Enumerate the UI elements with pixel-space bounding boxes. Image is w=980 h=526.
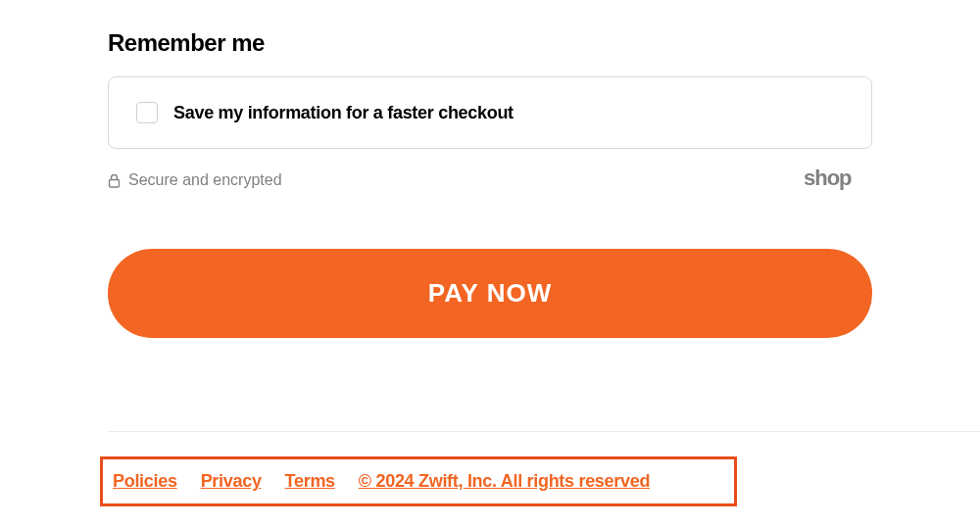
- lock-icon: [108, 173, 121, 188]
- secure-text: Secure and encrypted: [128, 171, 282, 189]
- footer-divider: [108, 431, 980, 432]
- secure-indicator: Secure and encrypted: [108, 171, 282, 189]
- footer-highlight-box: Policies Privacy Terms © 2024 Zwift, Inc…: [100, 456, 737, 506]
- svg-text:shop: shop: [804, 167, 852, 190]
- secure-row: Secure and encrypted shop: [108, 167, 872, 194]
- save-info-checkbox[interactable]: [136, 102, 158, 123]
- shop-logo: shop: [804, 167, 872, 194]
- remember-me-card: Save my information for a faster checkou…: [108, 76, 872, 149]
- copyright-link[interactable]: © 2024 Zwift, Inc. All rights reserved: [359, 471, 650, 492]
- save-info-label: Save my information for a faster checkou…: [173, 103, 514, 123]
- terms-link[interactable]: Terms: [285, 471, 335, 492]
- pay-now-button[interactable]: PAY NOW: [108, 249, 872, 338]
- svg-rect-0: [110, 179, 120, 187]
- privacy-link[interactable]: Privacy: [201, 471, 262, 492]
- policies-link[interactable]: Policies: [113, 471, 177, 492]
- remember-me-heading: Remember me: [108, 29, 872, 57]
- footer-links: Policies Privacy Terms © 2024 Zwift, Inc…: [113, 471, 714, 492]
